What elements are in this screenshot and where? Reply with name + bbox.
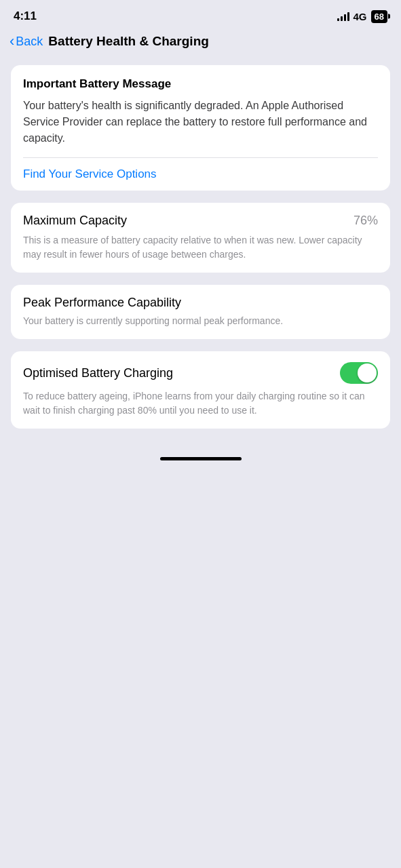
signal-bars-icon (337, 12, 349, 21)
network-label: 4G (354, 11, 367, 22)
optimised-description: To reduce battery ageing, iPhone learns … (23, 389, 378, 418)
back-button[interactable]: ‹ Back (9, 35, 43, 49)
peak-performance-card: Peak Performance Capability Your battery… (11, 285, 390, 339)
important-message-card: Important Battery Message Your battery's… (11, 65, 390, 191)
signal-bar-3 (344, 14, 346, 21)
content: Important Battery Message Your battery's… (0, 58, 401, 449)
optimised-label: Optimised Battery Charging (23, 366, 173, 380)
message-body: Your battery's health is significantly d… (23, 98, 378, 146)
battery-indicator: 68 (371, 10, 387, 23)
back-chevron-icon: ‹ (9, 34, 14, 49)
capacity-row: Maximum Capacity 76% (23, 214, 378, 228)
peak-title: Peak Performance Capability (23, 296, 378, 310)
peak-description: Your battery is currently supporting nor… (23, 314, 378, 328)
status-bar: 4:11 4G 68 (0, 0, 401, 30)
signal-bar-4 (347, 12, 349, 21)
optimised-charging-card: Optimised Battery Charging To reduce bat… (11, 351, 390, 429)
service-link[interactable]: Find Your Service Options (23, 158, 378, 191)
capacity-value: 76% (354, 214, 378, 228)
nav-bar: ‹ Back Battery Health & Charging (0, 30, 401, 58)
back-label: Back (16, 35, 43, 49)
status-icons: 4G 68 (337, 10, 387, 23)
capacity-label: Maximum Capacity (23, 214, 127, 228)
status-time: 4:11 (14, 9, 37, 23)
home-indicator (0, 449, 401, 466)
battery-value: 68 (375, 12, 384, 22)
home-bar (160, 457, 242, 460)
signal-bar-1 (337, 18, 339, 21)
maximum-capacity-card: Maximum Capacity 76% This is a measure o… (11, 203, 390, 273)
message-title: Important Battery Message (23, 77, 378, 91)
optimised-row: Optimised Battery Charging (23, 362, 378, 384)
toggle-knob (358, 363, 377, 382)
page-title: Battery Health & Charging (48, 34, 208, 49)
capacity-description: This is a measure of battery capacity re… (23, 233, 378, 262)
optimised-charging-toggle[interactable] (340, 362, 378, 384)
signal-bar-2 (341, 16, 343, 21)
